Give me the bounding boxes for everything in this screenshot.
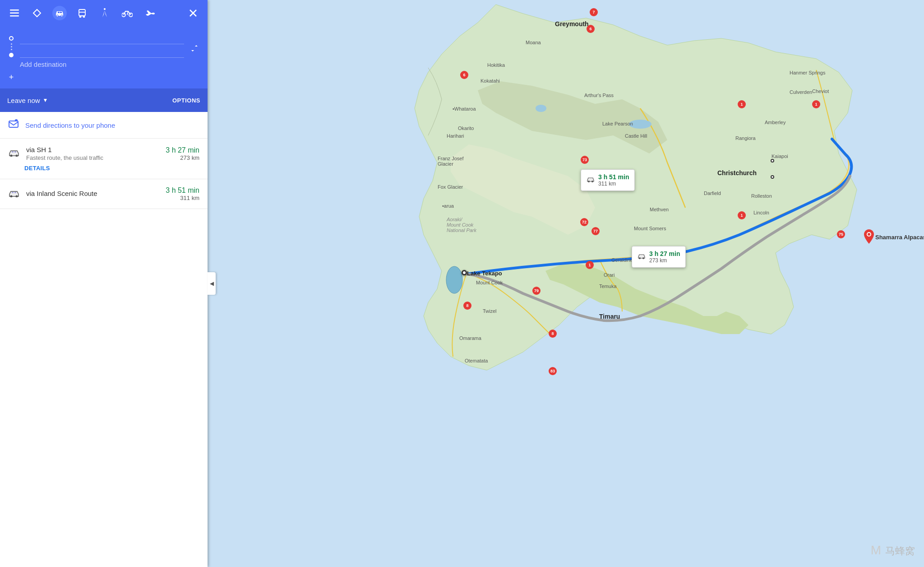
christchurch-dot	[771, 175, 774, 179]
svg-rect-8	[58, 12, 60, 13]
origin-pin	[462, 270, 467, 275]
car-mode-icon[interactable]	[52, 6, 67, 20]
svg-rect-25	[14, 151, 16, 153]
svg-point-40	[868, 233, 870, 236]
destination-input-row[interactable]: Shamarra Alpacas, 328 Wainui Main Rd	[20, 44, 184, 58]
route-time-2: 3 h 51 min	[166, 186, 199, 195]
swap-directions-button[interactable]	[189, 42, 200, 58]
bike-mode-icon[interactable]	[120, 6, 134, 20]
svg-point-41	[639, 257, 641, 259]
diamond-icon[interactable]	[30, 6, 44, 20]
route-desc-1: Fastest route, the usual traffic	[26, 154, 159, 161]
svg-rect-21	[9, 121, 18, 127]
svg-rect-9	[60, 12, 62, 13]
leave-now-label: Leave now	[7, 97, 40, 104]
top-navigation	[0, 0, 208, 26]
route-details-link-1[interactable]: DETAILS	[24, 165, 199, 172]
tooltip-dist-1: 273 km	[649, 257, 680, 264]
svg-rect-38	[861, 181, 924, 361]
svg-point-43	[588, 181, 590, 182]
tooltip-car-icon-1	[638, 253, 646, 261]
svg-point-5	[57, 15, 58, 17]
tooltip-info-2: 3 h 51 min 311 km	[598, 173, 629, 187]
close-directions-icon[interactable]	[186, 6, 200, 20]
route-car-icon-1	[8, 148, 20, 159]
route-time-block-1: 3 h 27 min 273 km	[166, 146, 199, 161]
add-destination-label: Add destination	[20, 60, 66, 68]
route-name-1: via SH 1	[26, 146, 159, 153]
route-inputs: + Lake Tekapo, 7999, New Zealand Shamarr…	[0, 26, 208, 88]
destination-pin	[864, 229, 874, 246]
watermark: M 马蜂窝	[871, 541, 915, 558]
tooltip-car-icon-2	[587, 176, 595, 184]
svg-point-35	[446, 266, 462, 293]
bus-mode-icon[interactable]	[75, 6, 89, 20]
origin-input-row[interactable]: Lake Tekapo, 7999, New Zealand	[20, 31, 184, 44]
flight-mode-icon[interactable]	[143, 6, 157, 20]
leave-now-button[interactable]: Leave now ▼	[7, 97, 48, 104]
svg-point-37	[629, 120, 651, 129]
send-icon	[8, 119, 19, 131]
destination-input[interactable]: Shamarra Alpacas, 328 Wainui Main Rd	[20, 47, 184, 55]
svg-rect-28	[12, 192, 14, 193]
svg-rect-0	[10, 9, 19, 11]
route-name-2: via Inland Scenic Route	[26, 190, 159, 197]
route-time-1: 3 h 27 min	[166, 146, 199, 154]
collapse-sidebar-button[interactable]: ◀	[208, 272, 216, 295]
svg-rect-29	[14, 192, 16, 193]
origin-input[interactable]: Lake Tekapo, 7999, New Zealand	[20, 33, 184, 41]
tooltip-info-1: 3 h 27 min 273 km	[649, 250, 680, 264]
sidebar: + Lake Tekapo, 7999, New Zealand Shamarr…	[0, 0, 208, 567]
route-car-icon-2	[8, 188, 20, 200]
route-dist-2: 311 km	[166, 195, 199, 201]
route-option-1[interactable]: via SH 1 Fastest route, the usual traffi…	[0, 139, 208, 179]
tooltip-dist-2: 311 km	[598, 181, 629, 187]
route-option-2[interactable]: via Inland Scenic Route 3 h 51 min 311 k…	[0, 179, 208, 209]
send-directions-row[interactable]: Send directions to your phone	[0, 112, 208, 139]
options-button[interactable]: OPTIONS	[172, 97, 200, 104]
tooltip-time-2: 3 h 51 min	[598, 173, 629, 181]
svg-rect-10	[79, 9, 85, 16]
svg-rect-1	[10, 13, 19, 14]
route-tooltip-sh1[interactable]: 3 h 27 min 273 km	[632, 246, 686, 268]
tooltip-time-1: 3 h 27 min	[649, 250, 680, 257]
walk-mode-icon[interactable]	[97, 6, 112, 20]
add-destination-row[interactable]: Add destination	[20, 58, 184, 71]
svg-marker-3	[33, 9, 41, 17]
svg-point-7	[61, 15, 63, 17]
route-info-1: via SH 1 Fastest route, the usual traffi…	[26, 146, 159, 161]
send-directions-label: Send directions to your phone	[25, 121, 115, 129]
leave-now-bar: Leave now ▼ OPTIONS	[0, 88, 208, 112]
route-dist-1: 273 km	[166, 154, 199, 161]
map-area[interactable]: Greymouth Moana Hokitika Kokatahi Okarit…	[208, 0, 924, 567]
route-tooltip-inland[interactable]: 3 h 51 min 311 km	[581, 169, 635, 191]
menu-icon[interactable]	[7, 6, 22, 20]
leave-now-chevron-icon: ▼	[43, 97, 48, 103]
svg-point-16	[104, 8, 106, 10]
svg-rect-2	[10, 15, 19, 17]
route-time-block-2: 3 h 51 min 311 km	[166, 186, 199, 201]
svg-rect-24	[12, 151, 14, 153]
svg-point-42	[642, 257, 644, 259]
kaiapoi-dot	[771, 159, 774, 163]
svg-point-44	[591, 181, 593, 182]
route-info-2: via Inland Scenic Route	[26, 190, 159, 198]
svg-point-36	[536, 105, 546, 112]
